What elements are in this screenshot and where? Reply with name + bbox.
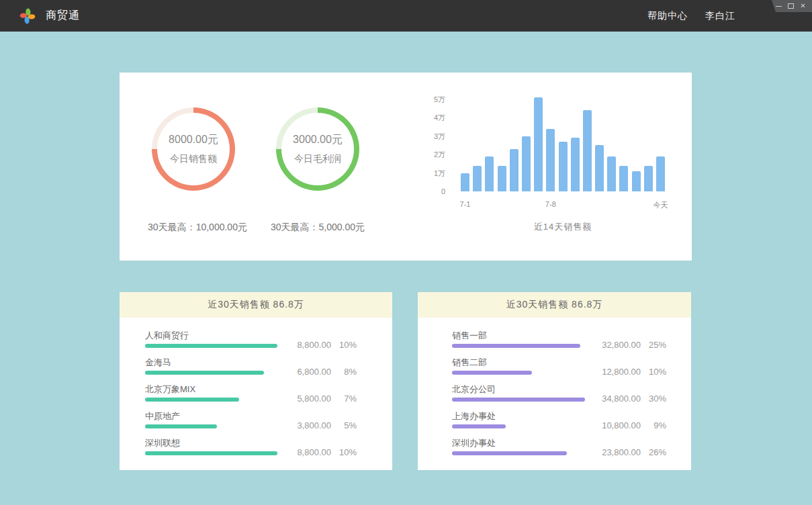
minimize-button[interactable]	[775, 2, 782, 10]
daily-sales-bar	[522, 136, 531, 191]
close-button[interactable]: ✕	[799, 2, 807, 10]
today-sales-gauge: 8000.00元 今日销售额	[152, 107, 235, 191]
item-percent: 26%	[641, 447, 666, 457]
daily-sales-bar	[571, 138, 580, 191]
list-item: 深圳联想8,800.0010%	[145, 436, 357, 463]
x-tick-label: 7-8	[545, 200, 556, 208]
item-label: 北京万象MIX	[145, 383, 195, 396]
maximize-button[interactable]	[787, 2, 795, 10]
gauge-label: 今日销售额	[170, 153, 217, 165]
profit-30d-max: 30天最高：5,000.00元	[251, 222, 385, 234]
daily-sales-bar	[644, 166, 653, 191]
daily-bar-plot	[461, 97, 665, 191]
y-tick-label: 0	[441, 187, 445, 195]
item-bar	[452, 451, 567, 455]
item-value: 23,800.00	[602, 447, 641, 457]
y-tick-label: 5万	[434, 94, 445, 104]
item-label: 深圳联想	[145, 437, 180, 449]
sales-30d-max: 30天最高：10,000.00元	[130, 222, 265, 234]
item-bar	[145, 344, 277, 348]
maximize-icon	[788, 3, 794, 9]
item-value: 3,800.00	[297, 420, 331, 430]
list-item: 销售二部12,800.0010%	[452, 355, 666, 382]
list-item: 金海马6,800.008%	[145, 355, 357, 382]
pinwheel-logo-icon	[19, 7, 36, 25]
item-percent: 10%	[641, 367, 666, 377]
item-bar	[452, 344, 580, 348]
ranking-panel-departments: 近30天销售额 86.8万 销售一部32,800.0025%销售二部12,800…	[418, 292, 691, 470]
list-item: 北京万象MIX5,800.007%	[145, 382, 357, 409]
item-value: 8,800.00	[297, 340, 331, 350]
department-ranking-list: 销售一部32,800.0025%销售二部12,800.0010%北京分公司34,…	[418, 318, 691, 463]
gauge-value: 3000.00元	[293, 133, 343, 147]
y-tick-label: 3万	[434, 131, 445, 141]
item-value: 32,800.00	[602, 340, 641, 350]
panel-title: 近30天销售额 86.8万	[418, 292, 691, 318]
gauge-center: 8000.00元 今日销售额	[157, 113, 230, 185]
item-percent: 7%	[331, 394, 357, 404]
app-header: 商贸通 帮助中心 李白江 ✕	[0, 0, 812, 32]
daily-sales-bar	[559, 142, 568, 191]
x-axis: 7-17-8今天	[461, 200, 665, 210]
item-percent: 10%	[331, 447, 357, 457]
item-label: 人和商贸行	[145, 330, 189, 342]
item-value: 34,800.00	[602, 394, 641, 404]
item-label: 金海马	[145, 357, 171, 369]
daily-sales-bar	[607, 156, 616, 191]
daily-sales-bar	[595, 145, 604, 191]
minimize-icon	[776, 6, 782, 7]
item-percent: 30%	[641, 394, 666, 404]
y-tick-label: 1万	[434, 168, 445, 178]
gauge-label: 今日毛利润	[294, 153, 341, 165]
item-label: 上海办事处	[452, 410, 496, 422]
window-controls: ✕	[772, 0, 812, 12]
item-label: 销售一部	[452, 330, 487, 342]
daily-sales-bar	[461, 173, 469, 191]
user-menu[interactable]: 李白江	[705, 10, 735, 22]
item-percent: 10%	[331, 340, 357, 350]
item-value: 8,800.00	[297, 447, 331, 457]
item-percent: 5%	[331, 420, 357, 430]
daily-sales-bar	[510, 149, 518, 191]
item-value: 12,800.00	[602, 367, 641, 377]
list-item: 深圳办事处23,800.0026%	[452, 436, 666, 463]
item-label: 北京分公司	[452, 383, 496, 396]
x-tick-label: 今天	[653, 200, 668, 210]
summary-card: 8000.00元 今日销售额 30天最高：10,000.00元 3000.00元…	[120, 73, 692, 261]
list-item: 人和商贸行8,800.0010%	[145, 328, 357, 355]
y-axis: 5万4万3万2万1万0	[408, 97, 445, 191]
list-item: 北京分公司34,800.0030%	[452, 382, 666, 409]
gauge-value: 8000.00元	[169, 133, 218, 147]
item-value: 6,800.00	[297, 367, 331, 377]
daily-sales-bar	[534, 97, 543, 191]
help-center-link[interactable]: 帮助中心	[647, 10, 688, 22]
daily-sales-bar	[473, 166, 482, 191]
x-tick-label: 7-1	[460, 200, 471, 208]
item-bar	[145, 451, 277, 455]
item-value: 5,800.00	[297, 394, 331, 404]
daily-sales-bar	[619, 166, 628, 191]
daily-sales-bar	[498, 166, 506, 191]
app-title: 商贸通	[46, 9, 80, 23]
item-value: 10,800.00	[602, 420, 641, 430]
item-bar	[145, 371, 264, 375]
ranking-panel-customers: 近30天销售额 86.8万 人和商贸行8,800.0010%金海马6,800.0…	[120, 292, 392, 470]
today-profit-gauge: 3000.00元 今日毛利润	[276, 107, 359, 191]
list-item: 销售一部32,800.0025%	[452, 328, 666, 355]
daily-sales-bar	[656, 156, 665, 191]
item-bar	[452, 424, 506, 428]
item-percent: 8%	[331, 367, 357, 377]
daily-sales-bar	[546, 129, 555, 191]
gauge-center: 3000.00元 今日毛利润	[281, 113, 354, 185]
y-tick-label: 2万	[434, 150, 445, 160]
item-percent: 25%	[641, 340, 666, 350]
daily-sales-bar	[583, 110, 592, 191]
chart-caption: 近14天销售额	[461, 221, 665, 233]
customer-ranking-list: 人和商贸行8,800.0010%金海马6,800.008%北京万象MIX5,80…	[120, 318, 392, 463]
item-percent: 9%	[641, 420, 666, 430]
item-label: 深圳办事处	[452, 437, 496, 449]
panel-title: 近30天销售额 86.8万	[120, 292, 392, 318]
item-label: 中原地产	[145, 410, 180, 422]
list-item: 中原地产3,800.005%	[145, 409, 357, 436]
list-item: 上海办事处10,800.009%	[452, 409, 666, 436]
